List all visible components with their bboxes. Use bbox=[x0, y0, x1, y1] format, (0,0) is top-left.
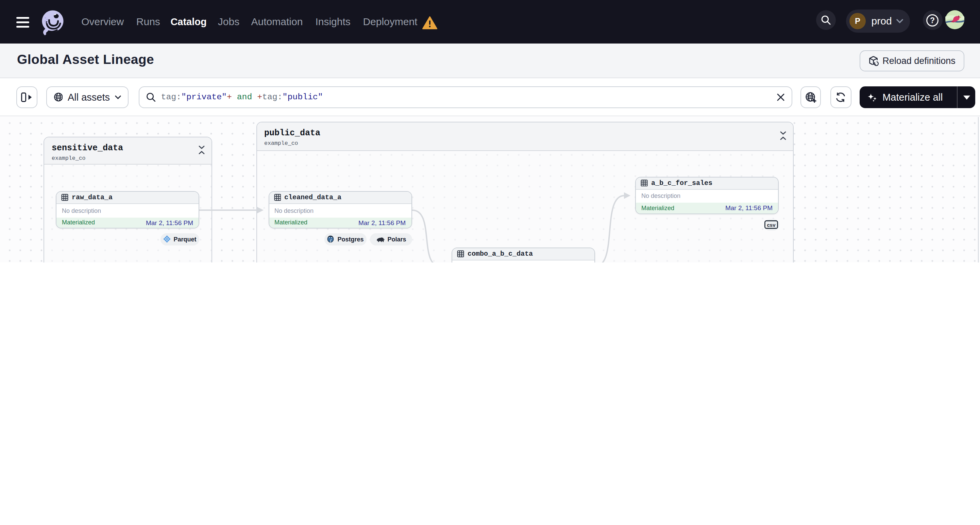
svg-text:csv: csv bbox=[767, 222, 776, 228]
svg-text:?: ? bbox=[930, 16, 935, 24]
